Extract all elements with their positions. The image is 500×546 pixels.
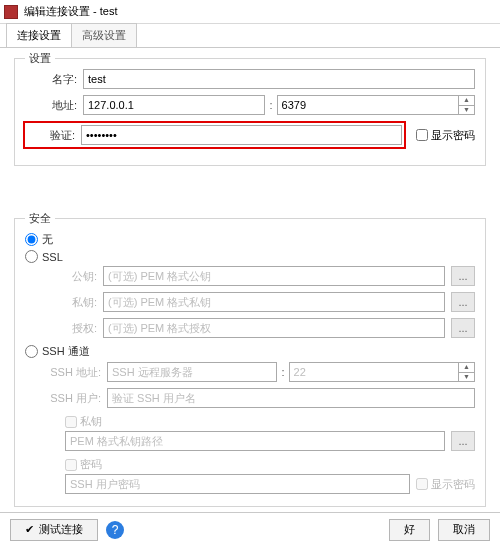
privkey-input	[103, 292, 445, 312]
ssh-port-input	[289, 362, 459, 382]
radio-none-input[interactable]	[25, 233, 38, 246]
privkey-browse: ...	[451, 292, 475, 312]
window-title: 编辑连接设置 - test	[24, 4, 118, 19]
check-icon: ✔	[25, 523, 35, 536]
help-icon[interactable]: ?	[106, 521, 124, 539]
authz-browse: ...	[451, 318, 475, 338]
radio-ssh[interactable]: SSH 通道	[25, 344, 475, 359]
address-label: 地址:	[25, 98, 77, 113]
pubkey-label: 公钥:	[45, 269, 97, 284]
auth-label: 验证:	[27, 128, 75, 143]
privkey-label: 私钥:	[45, 295, 97, 310]
security-group: 安全 无 SSL 公钥: ... 私钥: ... 授权: ... SSH 通道	[14, 218, 486, 507]
settings-group: 设置 名字: 地址: : ▲▼ 验证: 显示密码	[14, 58, 486, 166]
addr-port-sep: :	[269, 99, 272, 111]
ssh-pwd-input	[65, 474, 410, 494]
tab-strip: 连接设置 高级设置	[0, 24, 500, 48]
cancel-button[interactable]: 取消	[438, 519, 490, 541]
tab-advanced[interactable]: 高级设置	[71, 23, 137, 47]
auth-input[interactable]	[81, 125, 402, 145]
ssh-user-input	[107, 388, 475, 408]
name-input[interactable]	[83, 69, 475, 89]
ssh-pwd-checkbox	[65, 459, 77, 471]
ssh-port-spinner: ▲▼	[459, 362, 475, 382]
security-title: 安全	[25, 211, 55, 226]
ssh-pwd-check: 密码	[65, 457, 102, 472]
ssh-addr-label: SSH 地址:	[45, 365, 101, 380]
authz-input	[103, 318, 445, 338]
pubkey-browse: ...	[451, 266, 475, 286]
radio-ssl-input[interactable]	[25, 250, 38, 263]
radio-ssh-input[interactable]	[25, 345, 38, 358]
tab-connection[interactable]: 连接设置	[6, 23, 72, 47]
test-connection-button[interactable]: ✔ 测试连接	[10, 519, 98, 541]
ssh-privkey-checkbox	[65, 416, 77, 428]
settings-title: 设置	[25, 51, 55, 66]
authz-label: 授权:	[45, 321, 97, 336]
radio-none[interactable]: 无	[25, 232, 475, 247]
show-password-check[interactable]: 显示密码	[416, 121, 475, 149]
pubkey-input	[103, 266, 445, 286]
titlebar: 编辑连接设置 - test	[0, 0, 500, 24]
ssh-privkey-input	[65, 431, 445, 451]
ssh-privkey-check: 私钥	[65, 414, 102, 429]
ssh-user-label: SSH 用户:	[45, 391, 101, 406]
port-spinner[interactable]: ▲▼	[459, 95, 475, 115]
ssh-addr-input	[107, 362, 277, 382]
address-input[interactable]	[83, 95, 265, 115]
name-label: 名字:	[25, 72, 77, 87]
show-password-checkbox[interactable]	[416, 129, 428, 141]
radio-ssl[interactable]: SSL	[25, 250, 475, 263]
app-icon	[4, 5, 18, 19]
ssh-show-pwd-check: 显示密码	[416, 477, 475, 492]
port-input[interactable]	[277, 95, 459, 115]
ssh-privkey-browse: ...	[451, 431, 475, 451]
ssh-show-pwd-checkbox	[416, 478, 428, 490]
footer: ✔ 测试连接 ? 好 取消	[0, 512, 500, 546]
ok-button[interactable]: 好	[389, 519, 430, 541]
